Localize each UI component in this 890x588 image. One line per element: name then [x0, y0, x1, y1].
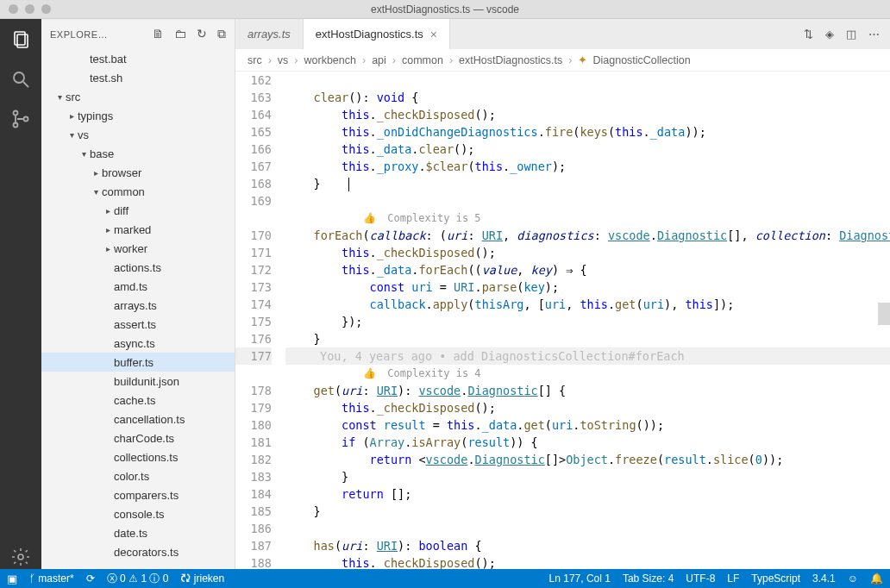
tree-item-label: test.bat [90, 53, 127, 66]
tree-item-label: arrays.ts [114, 299, 157, 312]
tree-file[interactable]: buildunit.json [41, 372, 235, 391]
search-icon[interactable] [9, 67, 33, 91]
tree-file[interactable]: comparers.ts [41, 485, 235, 504]
tree-folder[interactable]: ▾vs [41, 125, 235, 144]
zoom-window-button[interactable] [41, 4, 51, 14]
tree-folder[interactable]: ▸marked [41, 220, 235, 239]
breadcrumb-item[interactable]: src [248, 54, 262, 66]
collapse-all-icon[interactable]: ⧉ [217, 27, 226, 41]
typescript-version[interactable]: 3.4.1 [812, 572, 836, 585]
source-control-icon[interactable] [9, 107, 33, 131]
tree-file[interactable]: amd.ts [41, 277, 235, 296]
tree-item-label: base [90, 147, 114, 160]
tree-file[interactable]: cache.ts [41, 391, 235, 410]
notifications-icon[interactable]: 🔔 [870, 572, 883, 585]
minimize-window-button[interactable] [25, 4, 34, 14]
tree-folder[interactable]: ▸diff [41, 201, 235, 220]
thumbs-up-icon: 👍 [363, 365, 376, 382]
encoding[interactable]: UTF-8 [686, 572, 715, 585]
tree-file[interactable]: test.bat [41, 49, 235, 68]
breadcrumb-item[interactable]: common [402, 54, 443, 66]
tree-item-label: src [66, 91, 80, 103]
sidebar-actions: 🗎 🗀 ↻ ⧉ [152, 27, 226, 41]
tree-file[interactable]: assert.ts [41, 315, 235, 334]
tree-item-label: color.ts [114, 470, 149, 483]
breadcrumb-item[interactable]: api [372, 54, 386, 66]
chevron-right-icon: › [568, 54, 572, 66]
tree-file[interactable]: buffer.ts [41, 353, 235, 372]
editor[interactable]: 1621631641651661671681691701711721731741… [235, 72, 890, 569]
breadcrumb-item[interactable]: DiagnosticCollection [592, 54, 690, 66]
code-content[interactable]: clear(): void { this._checkDisposed(); t… [284, 72, 890, 569]
explorer-icon[interactable] [9, 28, 33, 52]
tree-item-label: decorators.ts [114, 546, 179, 559]
svg-point-5 [14, 123, 18, 128]
eol[interactable]: LF [727, 572, 739, 585]
refresh-icon[interactable]: ↻ [197, 27, 207, 41]
editor-area: arrays.tsextHostDiagnostics.ts× ⇅ ◈ ◫ ⋯ … [235, 19, 890, 569]
tab-label: extHostDiagnostics.ts [316, 28, 423, 41]
breadcrumb[interactable]: src›vs›workbench›api›common›extHostDiagn… [235, 49, 890, 72]
open-changes-icon[interactable]: ◈ [825, 28, 834, 41]
tree-file[interactable]: color.ts [41, 466, 235, 485]
tree-file[interactable]: charCode.ts [41, 428, 235, 447]
tree-folder[interactable]: ▸browser [41, 163, 235, 182]
git-branch[interactable]: ᚶ master* [29, 572, 74, 585]
tree-item-label: actions.ts [114, 261, 161, 274]
tree-folder[interactable]: ▸typings [41, 106, 235, 125]
feedback-icon[interactable]: ☺ [848, 572, 858, 585]
editor-tab[interactable]: extHostDiagnostics.ts× [304, 19, 450, 49]
new-folder-icon[interactable]: 🗀 [174, 27, 186, 41]
codelens[interactable]: 👍 Complexity is 4 [285, 365, 890, 382]
chevron-down-icon: ▾ [78, 149, 90, 159]
cursor-position[interactable]: Ln 177, Col 1 [549, 572, 611, 585]
tree-folder[interactable]: ▸worker [41, 239, 235, 258]
tree-file[interactable]: async.ts [41, 334, 235, 353]
more-actions-icon[interactable]: ⋯ [868, 28, 880, 41]
tab-label: arrays.ts [248, 28, 291, 41]
tree-folder[interactable]: ▾common [41, 182, 235, 201]
tree-file[interactable]: arrays.ts [41, 296, 235, 315]
chevron-right-icon: ▸ [102, 244, 114, 253]
editor-tab[interactable]: arrays.ts [235, 19, 304, 49]
breadcrumb-item[interactable]: workbench [304, 54, 356, 66]
tree-item-label: browser [102, 166, 141, 179]
tree-file[interactable]: collections.ts [41, 447, 235, 466]
tree-file[interactable]: decorators.ts [41, 542, 235, 561]
compare-changes-icon[interactable]: ⇅ [804, 28, 813, 41]
github-user[interactable]: 🗘 jrieken [180, 572, 224, 585]
tree-item-label: assert.ts [114, 318, 156, 331]
language-mode[interactable]: TypeScript [751, 572, 800, 585]
tree-file[interactable]: test.sh [41, 68, 235, 87]
indentation[interactable]: Tab Size: 4 [623, 572, 674, 585]
chevron-down-icon: ▾ [66, 130, 78, 140]
tree-item-label: comparers.ts [114, 489, 179, 502]
tree-item-label: worker [114, 242, 147, 255]
sync-icon[interactable]: ⟳ [86, 572, 95, 585]
tree-file[interactable]: console.ts [41, 504, 235, 523]
close-window-button[interactable] [9, 4, 18, 14]
file-tree[interactable]: test.battest.sh▾src▸typings▾vs▾base▸brow… [41, 49, 235, 569]
titlebar: extHostDiagnostics.ts — vscode [0, 0, 890, 19]
remote-indicator[interactable]: ▣ [7, 572, 17, 585]
breadcrumb-item[interactable]: vs [278, 54, 289, 66]
chevron-right-icon: ▸ [102, 225, 114, 235]
sidebar-header: EXPLORE… 🗎 🗀 ↻ ⧉ [41, 19, 235, 49]
minimap-scroll-thumb[interactable] [878, 303, 890, 325]
close-icon[interactable]: × [430, 28, 437, 41]
tree-file[interactable]: cancellation.ts [41, 410, 235, 428]
split-editor-icon[interactable]: ◫ [846, 28, 856, 41]
tree-folder[interactable]: ▾src [41, 87, 235, 106]
codelens[interactable]: 👍 Complexity is 5 [285, 210, 890, 227]
tree-file[interactable]: date.ts [41, 523, 235, 542]
tree-file[interactable]: actions.ts [41, 258, 235, 277]
problems-indicator[interactable]: ⓧ 0 ⚠ 1 ⓘ 0 [107, 572, 169, 586]
editor-tab-actions: ⇅ ◈ ◫ ⋯ [804, 19, 890, 49]
tree-item-label: cache.ts [114, 394, 155, 407]
new-file-icon[interactable]: 🗎 [152, 27, 164, 41]
breadcrumb-item[interactable]: extHostDiagnostics.ts [459, 54, 562, 66]
line-number-gutter: 1621631641651661671681691701711721731741… [235, 72, 284, 569]
svg-line-3 [23, 82, 28, 87]
tree-folder[interactable]: ▾base [41, 144, 235, 163]
settings-gear-icon[interactable] [9, 545, 33, 569]
